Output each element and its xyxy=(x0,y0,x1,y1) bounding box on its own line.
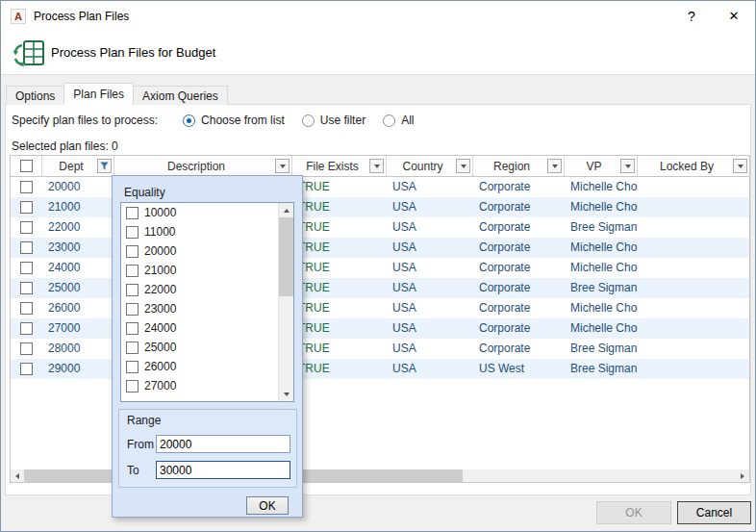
filter-item-checkbox[interactable] xyxy=(126,265,139,277)
column-header-dept[interactable]: Dept xyxy=(42,156,114,176)
row-checkbox[interactable] xyxy=(20,322,33,335)
region-filter-dropdown[interactable] xyxy=(547,159,562,173)
file-exists-cell: TRUE xyxy=(292,298,387,318)
vp-cell: Bree Sigman xyxy=(565,217,638,238)
dept-filter-button[interactable] xyxy=(97,159,112,173)
file-exists-filter-dropdown[interactable] xyxy=(369,159,384,173)
country-cell: USA xyxy=(387,339,473,359)
filter-item-checkbox[interactable] xyxy=(126,245,139,258)
row-checkbox[interactable] xyxy=(20,282,33,294)
filter-list-item[interactable]: 24000 xyxy=(121,318,278,338)
row-select-cell xyxy=(11,282,42,294)
row-checkbox[interactable] xyxy=(20,363,33,375)
country-filter-dropdown[interactable] xyxy=(456,159,470,173)
dept-cell: 28000 xyxy=(42,339,114,359)
row-checkbox[interactable] xyxy=(20,302,33,315)
column-header-label: Description xyxy=(167,160,239,173)
scroll-left-button[interactable] xyxy=(11,469,24,482)
to-input[interactable] xyxy=(156,461,290,479)
filter-item-checkbox[interactable] xyxy=(126,284,139,296)
row-select-cell xyxy=(11,302,42,315)
filter-list-item[interactable]: 10000 xyxy=(121,203,278,222)
filter-list-item[interactable]: 22000 xyxy=(121,280,278,299)
radio-label: Choose from list xyxy=(201,114,285,127)
region-cell: Corporate xyxy=(473,238,565,258)
vp-cell: Michelle Choi xyxy=(565,238,638,258)
row-checkbox[interactable] xyxy=(20,342,33,355)
row-checkbox[interactable] xyxy=(20,241,33,254)
equality-listbox[interactable]: 1000011000200002100022000230002400025000… xyxy=(120,202,294,402)
filter-item-checkbox[interactable] xyxy=(126,380,139,393)
scroll-down-button[interactable] xyxy=(279,387,293,401)
column-header-label: Country xyxy=(402,160,456,173)
filter-list-item[interactable]: 21000 xyxy=(121,261,278,280)
filter-list-item[interactable]: 11000 xyxy=(121,222,278,241)
radio-label: All xyxy=(401,114,414,127)
filter-item-checkbox[interactable] xyxy=(126,342,139,354)
vp-filter-dropdown[interactable] xyxy=(620,159,635,173)
filter-item-checkbox[interactable] xyxy=(126,226,139,239)
filter-item-label: 21000 xyxy=(144,264,176,277)
table-header: Dept Description File Exists Co xyxy=(11,156,749,177)
dept-filter-popup: Equality 1000011000200002100022000230002… xyxy=(112,175,303,518)
radio-choose-from-list[interactable]: Choose from list xyxy=(183,114,285,127)
tab-strip: Options Plan Files Axiom Queries xyxy=(6,83,227,105)
filter-item-checkbox[interactable] xyxy=(126,207,139,219)
from-input[interactable] xyxy=(156,435,290,453)
filter-list-item[interactable]: 25000 xyxy=(121,338,278,357)
region-cell: Corporate xyxy=(473,298,565,318)
file-exists-cell: TRUE xyxy=(292,318,387,339)
radio-all[interactable]: All xyxy=(383,114,414,127)
row-select-cell xyxy=(11,262,42,274)
column-header-file-exists[interactable]: File Exists xyxy=(292,156,387,176)
filter-item-checkbox[interactable] xyxy=(126,303,139,316)
region-cell: US West xyxy=(473,359,565,379)
scroll-right-button[interactable] xyxy=(736,469,749,482)
row-checkbox[interactable] xyxy=(20,181,33,193)
scroll-up-button[interactable] xyxy=(279,203,293,217)
list-scrollbar[interactable] xyxy=(278,203,293,401)
description-filter-dropdown[interactable] xyxy=(275,159,290,173)
filter-list-item[interactable]: 26000 xyxy=(121,357,278,376)
ok-button[interactable]: OK xyxy=(596,501,671,524)
locked-by-filter-dropdown[interactable] xyxy=(733,159,747,173)
scroll-down-icon xyxy=(284,393,290,396)
tab-options[interactable]: Options xyxy=(6,86,64,105)
scroll-left-icon xyxy=(15,473,19,479)
column-header-country[interactable]: Country xyxy=(387,156,473,176)
scroll-right-icon xyxy=(741,473,744,479)
help-button[interactable]: ? xyxy=(670,1,713,31)
radio-icon xyxy=(302,114,315,127)
chevron-down-icon xyxy=(461,165,466,168)
file-exists-cell: TRUE xyxy=(292,217,387,238)
tab-axiom-queries[interactable]: Axiom Queries xyxy=(133,86,228,105)
row-checkbox[interactable] xyxy=(20,201,33,214)
filter-ok-button[interactable]: OK xyxy=(246,496,289,515)
file-exists-cell: TRUE xyxy=(292,359,387,379)
vertical-scroll-thumb[interactable] xyxy=(279,217,293,296)
dept-cell: 25000 xyxy=(42,278,114,298)
filter-list-item[interactable]: 27000 xyxy=(121,376,278,395)
tab-plan-files[interactable]: Plan Files xyxy=(63,83,134,105)
close-button[interactable]: ✕ xyxy=(713,1,755,31)
vp-cell: Michelle Choi xyxy=(565,298,638,318)
filter-item-checkbox[interactable] xyxy=(126,361,139,373)
radio-use-filter[interactable]: Use filter xyxy=(302,114,365,127)
radio-icon xyxy=(383,114,395,127)
column-header-vp[interactable]: VP xyxy=(565,156,638,176)
filter-list-item[interactable]: 20000 xyxy=(121,241,278,261)
row-checkbox[interactable] xyxy=(20,262,33,274)
filter-list-item[interactable]: 23000 xyxy=(121,299,278,318)
cancel-button[interactable]: Cancel xyxy=(677,501,751,524)
row-checkbox[interactable] xyxy=(20,221,33,234)
column-header-locked-by[interactable]: Locked By xyxy=(638,156,749,176)
vp-cell: Bree Sigman xyxy=(565,339,638,359)
title-bar: A Process Plan Files ? ✕ xyxy=(1,1,755,31)
country-cell: USA xyxy=(387,258,473,278)
filter-item-checkbox[interactable] xyxy=(126,322,139,335)
column-header-region[interactable]: Region xyxy=(473,156,565,176)
column-header-description[interactable]: Description xyxy=(114,156,292,176)
select-all-checkbox[interactable] xyxy=(20,160,33,172)
file-exists-cell: TRUE xyxy=(292,177,387,197)
chevron-down-icon xyxy=(374,165,380,168)
